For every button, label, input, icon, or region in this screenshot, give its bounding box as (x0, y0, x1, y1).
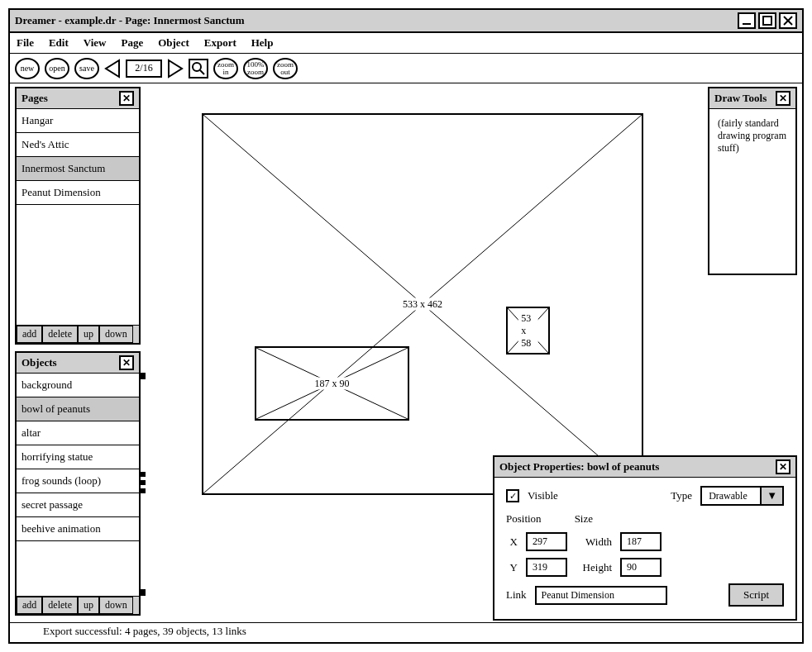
pages-up-button[interactable]: up (78, 326, 99, 343)
search-button[interactable] (189, 59, 208, 79)
pages-delete-button[interactable]: delete (42, 326, 78, 343)
prev-page-button[interactable] (104, 59, 121, 79)
draw-tools-title: Draw Tools (714, 92, 776, 105)
canvas-object-small[interactable]: 53 x 58 (506, 307, 550, 355)
y-field[interactable]: 319 (526, 558, 567, 577)
svg-marker-4 (106, 60, 119, 77)
pages-list-item[interactable]: Ned's Attic (17, 133, 139, 157)
link-field[interactable]: Peanut Dimension (535, 586, 667, 605)
pages-add-button[interactable]: add (17, 326, 42, 343)
menubar: File Edit View Page Object Export Help (10, 33, 802, 54)
objprops-close[interactable]: ✕ (776, 459, 791, 474)
height-label: Height (576, 561, 612, 574)
objects-list-item[interactable]: altar (17, 421, 139, 445)
link-label: Link (506, 588, 527, 602)
toolbar: new open save 2/16 zoom in 100% zoom zoo… (10, 54, 802, 83)
save-button[interactable]: save (74, 58, 99, 79)
zoom-100-button[interactable]: 100% zoom (243, 58, 268, 79)
visible-checkbox[interactable]: ✓ (506, 489, 519, 502)
svg-line-7 (200, 70, 204, 74)
objects-list-item[interactable]: background (17, 374, 139, 397)
width-label: Width (576, 535, 612, 549)
open-button[interactable]: open (45, 58, 69, 79)
next-page-button[interactable] (167, 59, 184, 79)
draw-tools-close[interactable]: ✕ (776, 91, 791, 106)
canvas-object-background[interactable]: 533 x 462 (202, 113, 643, 495)
size-label: Size (575, 512, 593, 526)
draw-tools-panel: Draw Tools ✕ (fairly standard drawing pr… (708, 87, 797, 275)
zoom-in-button[interactable]: zoom in (213, 58, 238, 79)
object-properties-panel: Object Properties: bowl of peanuts ✕ ✓ V… (493, 455, 797, 621)
maximize-button[interactable] (758, 12, 776, 29)
minimize-button[interactable] (738, 12, 756, 29)
x-label: X (506, 535, 518, 549)
objects-list-item[interactable]: horrifying statue (17, 445, 139, 469)
type-label: Type (671, 489, 692, 502)
objprops-title: Object Properties: bowl of peanuts (499, 460, 776, 474)
script-button[interactable]: Script (728, 583, 784, 607)
objects-list-item[interactable]: frog sounds (loop) (17, 469, 139, 493)
objects-delete-button[interactable]: delete (42, 597, 78, 614)
draw-tools-body: (fairly standard drawing program stuff) (709, 109, 795, 163)
objects-panel-title: Objects (21, 356, 119, 369)
menu-file[interactable]: File (17, 36, 34, 50)
pages-panel: Pages ✕ HangarNed's AtticInnermost Sanct… (15, 87, 141, 345)
content-area: Pages ✕ HangarNed's AtticInnermost Sanct… (10, 83, 802, 642)
window-close-button[interactable] (779, 12, 797, 29)
menu-export[interactable]: Export (204, 36, 236, 50)
objects-list-item[interactable]: secret passage (17, 493, 139, 517)
objects-down-button[interactable]: down (99, 597, 133, 614)
svg-marker-5 (169, 60, 182, 77)
canvas-obj1-label: 187 x 90 (312, 378, 353, 390)
menu-help[interactable]: Help (251, 36, 274, 50)
status-bar: Export successful: 4 pages, 39 objects, … (10, 622, 802, 642)
status-text: Export successful: 4 pages, 39 objects, … (43, 625, 246, 637)
pages-panel-close[interactable]: ✕ (119, 91, 134, 106)
canvas-object-bowl[interactable]: 187 x 90 (255, 346, 409, 421)
pages-down-button[interactable]: down (99, 326, 133, 343)
menu-page[interactable]: Page (121, 36, 143, 50)
height-field[interactable]: 90 (620, 558, 662, 577)
objects-list-item[interactable]: beehive animation (17, 517, 139, 541)
titlebar: Dreamer - example.dr - Page: Innermost S… (10, 10, 802, 33)
page-indicator-field[interactable]: 2/16 (126, 59, 162, 78)
menu-object[interactable]: Object (158, 36, 189, 50)
objects-panel: Objects ✕ backgroundbowl of peanutsaltar… (15, 351, 141, 616)
new-button[interactable]: new (15, 58, 40, 79)
objects-panel-close[interactable]: ✕ (119, 355, 134, 370)
visible-label: Visible (528, 489, 558, 502)
menu-edit[interactable]: Edit (49, 36, 69, 50)
zoom-out-button[interactable]: zoom out (273, 58, 298, 79)
svg-point-6 (193, 63, 201, 71)
window-title: Dreamer - example.dr - Page: Innermost S… (15, 14, 738, 27)
menu-view[interactable]: View (84, 36, 107, 50)
chevron-down-icon: ▼ (760, 488, 782, 504)
pages-list-item[interactable]: Peanut Dimension (17, 181, 139, 205)
objects-scrollbar[interactable] (139, 373, 147, 596)
pages-panel-title: Pages (21, 92, 119, 105)
position-label: Position (506, 512, 542, 526)
pages-list-item[interactable]: Innermost Sanctum (17, 157, 139, 181)
type-select[interactable]: Drawable ▼ (700, 486, 784, 506)
objects-list-item[interactable]: bowl of peanuts (17, 397, 139, 421)
y-label: Y (506, 561, 518, 574)
objects-list: backgroundbowl of peanutsaltarhorrifying… (17, 374, 139, 541)
objects-add-button[interactable]: add (17, 597, 42, 614)
svg-rect-1 (763, 17, 771, 25)
pages-list: HangarNed's AtticInnermost SanctumPeanut… (17, 109, 139, 205)
width-field[interactable]: 187 (620, 532, 662, 551)
canvas-obj2-label: 53 x 58 (518, 312, 538, 350)
x-field[interactable]: 297 (526, 532, 567, 551)
objects-up-button[interactable]: up (78, 597, 99, 614)
magnifier-icon (191, 61, 206, 76)
pages-list-item[interactable]: Hangar (17, 109, 139, 133)
canvas-bg-label: 533 x 462 (399, 298, 446, 311)
app-window: Dreamer - example.dr - Page: Innermost S… (8, 8, 804, 644)
